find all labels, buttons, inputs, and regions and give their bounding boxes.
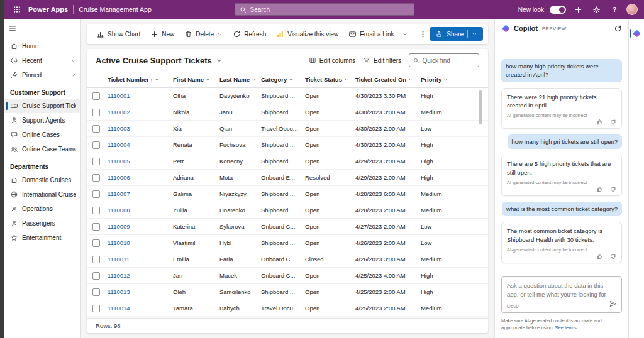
ticket-number-link[interactable]: 1110006: [108, 174, 130, 181]
quick-find-input[interactable]: [422, 57, 475, 64]
ticket-number-link[interactable]: 1110012: [108, 272, 130, 279]
commands-overflow-chevron[interactable]: [400, 26, 411, 41]
row-checkbox[interactable]: [92, 239, 100, 247]
ticket-number-link[interactable]: 1110007: [108, 190, 130, 197]
thumb-down-icon[interactable]: [609, 186, 616, 193]
row-checkbox[interactable]: [92, 174, 100, 182]
ticket-number-link[interactable]: 1110004: [108, 141, 130, 148]
row-checkbox[interactable]: [92, 125, 100, 133]
row-checkbox[interactable]: [92, 207, 100, 214]
sidebar-item-entertainment[interactable]: Entertainment: [4, 231, 80, 245]
chevron-down-icon: [443, 77, 448, 82]
ticket-number-link[interactable]: 1110008: [108, 207, 130, 214]
row-checkbox[interactable]: [92, 109, 100, 116]
row-checkbox[interactable]: [92, 158, 100, 165]
show-chart-button[interactable]: Show Chart: [92, 26, 145, 41]
new-look-toggle[interactable]: [550, 6, 566, 14]
row-checkbox[interactable]: [92, 190, 100, 198]
column-header-last-name[interactable]: Last Name: [218, 76, 259, 83]
table-row[interactable]: 1110005PetrKonecnyShipboard ...Open4/29/…: [87, 153, 488, 170]
sidebar-item-support-agents[interactable]: Support Agents: [4, 113, 80, 128]
row-checkbox[interactable]: [92, 256, 100, 263]
sidebar-item-home[interactable]: Home: [4, 39, 80, 53]
table-row[interactable]: 1110003XiaQianTravel Docu...Open4/30/202…: [87, 121, 488, 137]
ticket-number-link[interactable]: 1110003: [108, 125, 130, 132]
sidebar-item-operations[interactable]: Operations: [4, 202, 80, 216]
ticket-number-link[interactable]: 1110009: [108, 223, 130, 230]
table-row[interactable]: 1110011EmiliaFariaOnboard C...Closed4/26…: [87, 251, 488, 268]
global-search[interactable]: [235, 3, 414, 16]
app-launcher-button[interactable]: [11, 3, 23, 16]
thumb-down-icon[interactable]: [609, 253, 616, 260]
row-checkbox[interactable]: [92, 272, 100, 280]
ticket-number-link[interactable]: 1110011: [108, 256, 130, 263]
ticket-number-link[interactable]: 1110005: [108, 158, 130, 165]
global-search-input[interactable]: [250, 6, 409, 13]
sidebar-item-pinned[interactable]: Pinned: [4, 68, 80, 82]
thumb-down-icon[interactable]: [609, 119, 616, 126]
help-button[interactable]: ?: [608, 3, 621, 16]
ticket-number-link[interactable]: 1110002: [108, 109, 130, 116]
sidebar-item-online-case-teams[interactable]: Online Case Teams: [4, 142, 80, 156]
ticket-number-link[interactable]: 1110013: [108, 288, 130, 295]
row-checkbox[interactable]: [92, 223, 100, 231]
column-header-first-name[interactable]: First Name: [171, 76, 218, 83]
column-header-ticket-number[interactable]: Ticket Number↑: [106, 76, 171, 83]
table-row[interactable]: 1110009KaterinaSykorovaOnboard C...Open4…: [87, 219, 488, 235]
add-button[interactable]: [572, 3, 584, 16]
table-row[interactable]: 1110001OlhaDavydenkoShipboard ...Open4/3…: [87, 88, 488, 104]
table-row[interactable]: 1110006AdrianaMotaOnboard E...Resolved4/…: [87, 170, 488, 186]
copilot-input[interactable]: 0/500: [501, 276, 622, 313]
sidebar-item-international-cruises[interactable]: International Cruises: [4, 187, 80, 202]
column-header-ticket-created-on[interactable]: Ticket Created On: [353, 76, 419, 83]
column-header-category[interactable]: Category: [259, 76, 303, 83]
view-title[interactable]: Active Cruise Support Tickets: [96, 56, 212, 65]
table-row[interactable]: 1110010VlastimilHyblShipboard ...Open4/2…: [87, 235, 488, 251]
table-row[interactable]: 1110007GalimaNiyazkyzyShipboard ...Open4…: [87, 186, 488, 202]
ticket-number-link[interactable]: 1110010: [108, 239, 130, 246]
thumb-up-icon[interactable]: [596, 253, 603, 260]
edit-filters-button[interactable]: Edit filters: [363, 57, 401, 64]
sidebar-item-domestic-cruises[interactable]: Domestic Cruises: [4, 173, 80, 187]
copilot-pane-button[interactable]: [629, 25, 644, 41]
new-button[interactable]: New: [146, 26, 179, 41]
table-row[interactable]: 1110014TamaraBabychTravel Docu...Open4/2…: [87, 300, 488, 317]
edit-columns-button[interactable]: Edit columns: [309, 57, 355, 64]
column-header-priority[interactable]: Priority: [419, 76, 470, 83]
refresh-button[interactable]: Refresh: [228, 26, 270, 41]
send-icon[interactable]: [609, 300, 617, 308]
ticket-number-link[interactable]: 1110014: [108, 305, 130, 312]
scrollbar-thumb[interactable]: [479, 90, 482, 124]
view-selector-chevron-icon[interactable]: [216, 57, 223, 64]
restart-conversation-icon[interactable]: [614, 25, 622, 33]
row-checkbox[interactable]: [92, 141, 100, 149]
sidebar-item-cruise-support-tickets[interactable]: Cruise Support Tickets: [4, 99, 80, 113]
row-checkbox[interactable]: [92, 305, 100, 312]
settings-button[interactable]: [590, 3, 602, 16]
copilot-input-field[interactable]: [507, 281, 616, 300]
vertical-scrollbar[interactable]: [478, 89, 482, 317]
quick-find[interactable]: [409, 53, 479, 67]
table-row[interactable]: 1110008YuliiaHnatenkoShipboard ...Open4/…: [87, 202, 488, 219]
table-row[interactable]: 1110012JanMacekOnboard C...Open4/25/2023…: [87, 268, 488, 284]
sidebar-item-online-cases[interactable]: Online Cases: [4, 128, 80, 142]
email-a-link-button[interactable]: Email a Link: [344, 26, 398, 41]
avatar[interactable]: [626, 4, 638, 15]
table-row[interactable]: 1110002NikolaJanuShipboard ...Open4/30/2…: [87, 104, 488, 121]
row-checkbox[interactable]: [92, 288, 100, 296]
sidebar-item-recent[interactable]: Recent: [4, 53, 80, 68]
more-commands-button[interactable]: [418, 26, 428, 41]
delete-button[interactable]: Delete: [180, 26, 227, 41]
column-header-ticket-status[interactable]: Ticket Status: [303, 76, 353, 83]
thumb-up-icon[interactable]: [596, 186, 603, 193]
sidebar-item-passengers[interactable]: Passengers: [4, 216, 80, 231]
share-button[interactable]: Share: [430, 27, 483, 41]
visualize-this-view-button[interactable]: Visualize this view: [272, 26, 343, 41]
row-checkbox[interactable]: [92, 92, 100, 100]
see-terms-link[interactable]: See terms: [555, 325, 576, 330]
table-row[interactable]: 1110013OlehSamoilenkoShipboard ...Open4/…: [87, 284, 488, 300]
thumb-up-icon[interactable]: [596, 119, 603, 126]
sidebar-toggle-button[interactable]: [8, 24, 17, 33]
ticket-number-link[interactable]: 1110001: [108, 92, 130, 99]
table-row[interactable]: 1110004RenataFuchsovaShipboard ...Open4/…: [87, 137, 488, 153]
